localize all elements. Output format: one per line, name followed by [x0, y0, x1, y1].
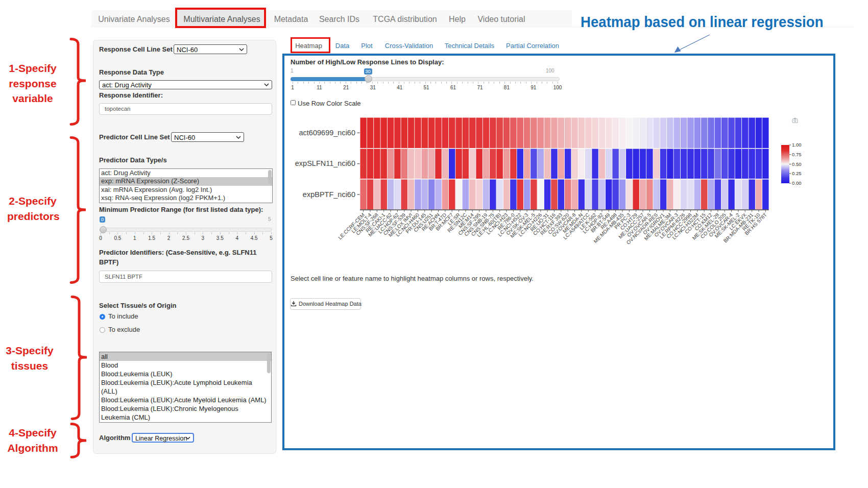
svg-text:0.25: 0.25	[792, 170, 802, 176]
svg-text:expSLFN11_nci60: expSLFN11_nci60	[295, 159, 355, 167]
svg-text:expBPTF_nci60: expBPTF_nci60	[303, 190, 355, 199]
svg-text:1.00: 1.00	[792, 142, 802, 148]
svg-text:0.75: 0.75	[792, 152, 802, 157]
svg-text:act609699_nci60: act609699_nci60	[299, 129, 355, 137]
svg-text:0.50: 0.50	[792, 161, 802, 167]
svg-text:0.00: 0.00	[792, 180, 802, 186]
